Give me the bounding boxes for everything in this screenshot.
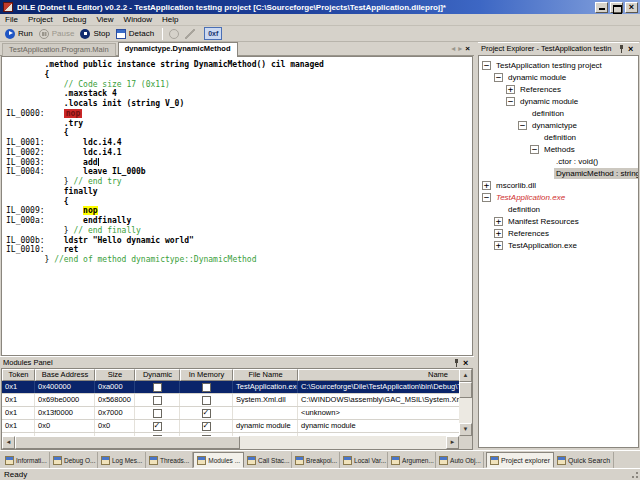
dynamic-checkbox[interactable] <box>153 396 162 405</box>
detach-button[interactable]: Detach <box>114 28 158 40</box>
code-segment-plain <box>45 167 84 176</box>
vertical-scroll-thumb[interactable] <box>459 382 472 398</box>
pin-icon[interactable] <box>453 358 460 368</box>
panel-tab-call-stac[interactable]: Call Stac... <box>244 452 292 468</box>
menu-item-debug[interactable]: Debug <box>58 14 92 26</box>
scroll-tabs-left-icon[interactable] <box>451 44 455 54</box>
modules-grid-content: TokenBase AddressSizeDynamicIn MemoryFil… <box>2 369 459 436</box>
collapse-icon[interactable]: − <box>506 97 515 106</box>
column-header-name[interactable]: Name <box>298 369 459 381</box>
collapse-icon[interactable]: − <box>482 193 491 202</box>
panel-tab-local-var[interactable]: Local Var... <box>340 452 388 468</box>
in-memory-checkbox[interactable] <box>202 383 211 392</box>
tree-item-dynamicmethod-string[interactable]: DynamicMethod : string() <box>479 167 638 179</box>
close-icon[interactable] <box>628 44 636 54</box>
close-button[interactable] <box>625 2 638 13</box>
tree-item-dynamictype[interactable]: −dynamictype <box>479 119 638 131</box>
panel-tab-informati[interactable]: Informati... <box>2 452 50 468</box>
column-header-base-address[interactable]: Base Address <box>35 369 95 381</box>
close-icon[interactable] <box>463 358 471 368</box>
resize-grip-icon[interactable] <box>630 470 639 479</box>
tree-item-ctor-void[interactable]: .ctor : void() <box>479 155 638 167</box>
module-row-testapplication-exe[interactable]: 0x10x4000000xa000TestApplication.exeC:\S… <box>2 381 459 394</box>
collapse-icon[interactable]: − <box>494 73 503 82</box>
tree-item-testapplication-exe[interactable]: +TestApplication.exe <box>479 239 638 251</box>
expand-icon[interactable]: + <box>494 241 503 250</box>
code-line: { <box>6 197 472 207</box>
column-header-in-memory[interactable]: In Memory <box>180 369 233 381</box>
panel-tab-argumen[interactable]: Argumen... <box>388 452 436 468</box>
disabled-tool-button-2[interactable] <box>183 28 199 40</box>
in-memory-checkbox[interactable] <box>202 422 211 431</box>
dynamic-cell <box>135 407 180 419</box>
tree-item-methods[interactable]: −Methods <box>479 143 638 155</box>
detach-label: Detach <box>129 29 154 38</box>
tree-item-manifest-resources[interactable]: +Manifest Resources <box>479 215 638 227</box>
column-header-file-name[interactable]: File Name <box>233 369 298 381</box>
menu-item-view[interactable]: View <box>91 14 118 26</box>
maximize-button[interactable] <box>610 2 623 13</box>
tree-item-testapplication-testing-project[interactable]: −TestApplication testing project <box>479 59 638 71</box>
module-row-system-xml-dll[interactable]: 0x10x69be00000x568000System.Xml.dllC:\WI… <box>2 394 459 407</box>
in-memory-checkbox[interactable] <box>202 409 211 418</box>
menu-item-file[interactable]: File <box>0 14 23 26</box>
column-header-size[interactable]: Size <box>95 369 135 381</box>
disabled-tool-button-1[interactable] <box>167 28 183 40</box>
menu-item-project[interactable]: Project <box>23 14 58 26</box>
tree-item-mscorlib-dll[interactable]: +mscorlib.dll <box>479 179 638 191</box>
stop-button[interactable]: Stop <box>78 28 113 40</box>
hex-display-toggle[interactable]: 0xf <box>204 27 222 40</box>
tree-item-definition[interactable]: definition <box>479 107 638 119</box>
module-row-unknown[interactable]: 0x10x13f00000x7000<unknown> <box>2 407 459 420</box>
horizontal-scroll-thumb[interactable] <box>15 436 240 449</box>
code-segment-code: .try <box>6 119 83 128</box>
menu-item-window[interactable]: Window <box>119 14 157 26</box>
dynamic-checkbox[interactable] <box>153 422 162 431</box>
doc-tab-testapplication-program-main[interactable]: TestApplication.Program.Main <box>2 43 116 57</box>
tree-item-references[interactable]: +References <box>479 83 638 95</box>
column-header-token[interactable]: Token <box>2 369 35 381</box>
dynamic-checkbox[interactable] <box>153 383 162 392</box>
scroll-down-icon[interactable] <box>459 423 472 436</box>
run-button[interactable]: Run <box>3 28 37 40</box>
tree-item-dynamic-module[interactable]: −dynamic module <box>479 95 638 107</box>
explorer-tab-quick-search[interactable]: Quick Search <box>554 452 614 468</box>
expand-icon[interactable]: + <box>506 85 515 94</box>
doc-tab-dynamictype-dynamicmethod[interactable]: dynamictype.DynamicMethod <box>118 42 238 57</box>
modules-horizontal-scrollbar[interactable] <box>2 436 459 449</box>
tree-item-dynamic-module[interactable]: −dynamic module <box>479 71 638 83</box>
collapse-icon[interactable]: − <box>482 61 491 70</box>
panel-tab-auto-obj[interactable]: Auto Obj... <box>436 452 484 468</box>
scroll-right-icon[interactable] <box>446 436 459 449</box>
il-code-editor[interactable]: .method public instance string DynamicMe… <box>1 56 473 356</box>
base-address-cell: 0x13f0000 <box>35 407 95 419</box>
close-document-icon[interactable] <box>465 44 470 54</box>
column-header-dynamic[interactable]: Dynamic <box>135 369 180 381</box>
tree-item-definition[interactable]: definition <box>479 131 638 143</box>
pause-button[interactable]: Pause <box>37 28 79 40</box>
pin-icon[interactable] <box>618 44 625 54</box>
collapse-icon[interactable]: − <box>518 121 527 130</box>
explorer-tab-project-explorer[interactable]: Project explorer <box>486 452 554 468</box>
scroll-tabs-right-icon[interactable] <box>458 44 462 54</box>
minimize-button[interactable] <box>595 2 608 13</box>
expand-icon[interactable]: + <box>494 229 503 238</box>
in-memory-checkbox[interactable] <box>202 396 211 405</box>
menu-item-help[interactable]: Help <box>157 14 183 26</box>
tree-item-definition[interactable]: definition <box>479 203 638 215</box>
panel-tab-threads[interactable]: Threads... <box>146 452 193 468</box>
module-row-dynamic-module[interactable]: 0x10x00x0dynamic moduledynamic module <box>2 420 459 433</box>
scroll-left-icon[interactable] <box>2 436 15 449</box>
expand-icon[interactable]: + <box>482 181 491 190</box>
tree-item-testapplication-exe[interactable]: −TestApplication.exe <box>479 191 638 203</box>
panel-tab-debug-o[interactable]: Debug O... <box>50 452 98 468</box>
scroll-up-icon[interactable] <box>459 369 472 382</box>
tree-item-references[interactable]: +References <box>479 227 638 239</box>
panel-tab-modules[interactable]: Modules ... <box>193 452 244 468</box>
panel-tab-breakpoi[interactable]: Breakpoi... <box>292 452 340 468</box>
collapse-icon[interactable]: − <box>530 145 539 154</box>
panel-tab-log-mes[interactable]: Log Mes... <box>98 452 146 468</box>
dynamic-checkbox[interactable] <box>153 409 162 418</box>
modules-vertical-scrollbar[interactable] <box>459 369 472 436</box>
expand-icon[interactable]: + <box>494 217 503 226</box>
